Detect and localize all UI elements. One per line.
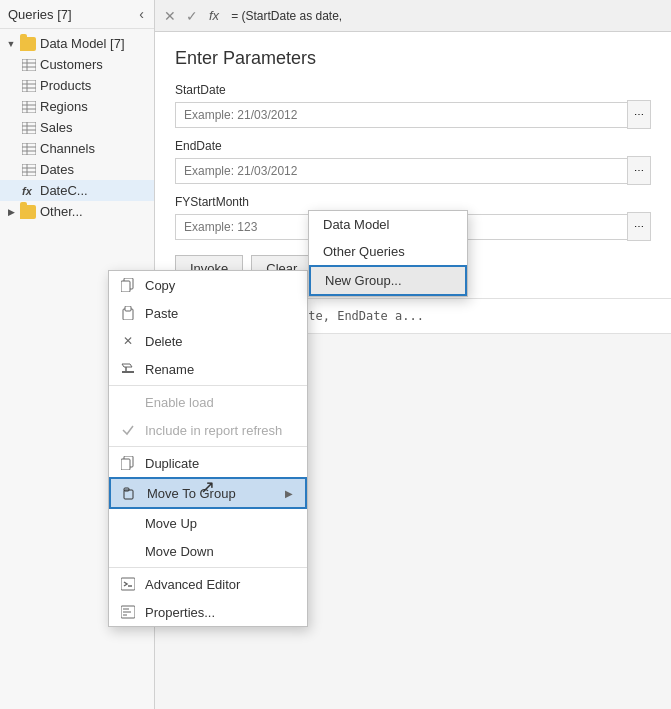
menu-item-enableload: Enable load [109,388,307,416]
tree-item-regions[interactable]: Regions [0,96,154,117]
regions-label: Regions [40,99,88,114]
delete-label: Delete [145,334,295,349]
params-title: Enter Parameters [175,48,651,69]
tree-item-products[interactable]: Products [0,75,154,96]
menu-item-paste[interactable]: Paste [109,299,307,327]
menu-item-movedown[interactable]: Move Down [109,537,307,565]
startdate-input[interactable] [175,102,627,128]
formula-bar: ✕ ✓ fx = (StartDate as date, [155,0,671,32]
properties-label: Properties... [145,605,295,620]
table-icon-dates [22,164,36,176]
table-icon-products [22,80,36,92]
submenu-item-otherqueries[interactable]: Other Queries [309,238,467,265]
sales-label: Sales [40,120,73,135]
svg-rect-4 [22,80,36,92]
menu-item-reportrefresh: Include in report refresh [109,416,307,444]
submenu-item-newgroup[interactable]: New Group... [309,265,467,296]
menu-item-duplicate[interactable]: Duplicate [109,449,307,477]
enddate-input[interactable] [175,158,627,184]
startdate-input-row: ⋯ [175,100,651,129]
movetogroup-label: Move To Group [147,486,277,501]
delete-icon: ✕ [119,332,137,350]
newgroup-sublabel: New Group... [325,273,402,288]
products-label: Products [40,78,91,93]
svg-rect-8 [22,101,36,113]
startdate-expand-button[interactable]: ⋯ [627,100,651,129]
svg-rect-20 [22,164,36,176]
submenu: Data Model Other Queries New Group... [308,210,468,297]
queries-title: Queries [7] [8,7,72,22]
tree-item-customers[interactable]: Customers [0,54,154,75]
folder-icon [20,37,36,51]
cancel-formula-button[interactable]: ✕ [161,6,179,26]
submenu-item-datamodel[interactable]: Data Model [309,211,467,238]
duplicate-label: Duplicate [145,456,295,471]
menu-item-moveup[interactable]: Move Up [109,509,307,537]
data-model-group-header[interactable]: ▼ Data Model [7] [0,33,154,54]
svg-rect-16 [22,143,36,155]
collapse-button[interactable]: ‹ [137,6,146,22]
startdate-label: StartDate [175,83,651,97]
other-group-header[interactable]: ▶ Other... [0,201,154,222]
separator-1 [109,385,307,386]
advancededitor-icon [119,575,137,593]
menu-item-properties[interactable]: Properties... [109,598,307,626]
channels-label: Channels [40,141,95,156]
menu-item-copy[interactable]: Copy [109,271,307,299]
tree-item-dates[interactable]: Dates [0,159,154,180]
svg-rect-32 [121,459,130,470]
moveup-label: Move Up [145,516,295,531]
duplicate-icon [119,454,137,472]
rename-icon [119,360,137,378]
moveup-icon [119,514,137,532]
enableload-icon [119,393,137,411]
menu-item-rename[interactable]: Rename [109,355,307,383]
data-model-group: ▼ Data Model [7] Customers Products [0,33,154,201]
tree-item-sales[interactable]: Sales [0,117,154,138]
param-group-startdate: StartDate ⋯ [175,83,651,129]
separator-2 [109,446,307,447]
enddate-input-row: ⋯ [175,156,651,185]
copy-icon [119,276,137,294]
menu-item-movetogroup[interactable]: Move To Group ▶ [109,477,307,509]
fymonth-expand-button[interactable]: ⋯ [627,212,651,241]
menu-item-delete[interactable]: ✕ Delete [109,327,307,355]
table-icon [22,59,36,71]
other-folder-icon [20,205,36,219]
menu-item-advancededitor[interactable]: Advanced Editor [109,570,307,598]
context-menu: Copy Paste ✕ Delete Rename Enable load I… [108,270,308,627]
check-icon [119,421,137,439]
svg-marker-29 [122,364,132,367]
customers-label: Customers [40,57,103,72]
tree-item-datec[interactable]: fx DateC... [0,180,154,201]
param-group-enddate: EndDate ⋯ [175,139,651,185]
otherqueries-sublabel: Other Queries [323,244,405,259]
datec-label: DateC... [40,183,88,198]
enddate-expand-button[interactable]: ⋯ [627,156,651,185]
reportrefresh-label: Include in report refresh [145,423,295,438]
fymonth-label: FYStartMonth [175,195,651,209]
dates-label: Dates [40,162,74,177]
movedown-label: Move Down [145,544,295,559]
queries-header: Queries [7] ‹ [0,0,154,29]
tree-item-channels[interactable]: Channels [0,138,154,159]
table-icon-channels [22,143,36,155]
paste-label: Paste [145,306,295,321]
svg-rect-12 [22,122,36,134]
enableload-label: Enable load [145,395,295,410]
enddate-label: EndDate [175,139,651,153]
fx-formula-label: fx [205,8,223,23]
main-container: Queries [7] ‹ ▼ Data Model [7] Customers [0,0,671,709]
svg-rect-25 [121,281,130,292]
svg-rect-0 [22,59,36,71]
other-label: Other... [40,204,83,219]
paste-icon [119,304,137,322]
table-icon-regions [22,101,36,113]
copy-label: Copy [145,278,295,293]
table-icon-sales [22,122,36,134]
svg-rect-28 [122,371,134,373]
properties-icon [119,603,137,621]
formula-text: = (StartDate as date, [227,7,346,25]
confirm-formula-button[interactable]: ✓ [183,6,201,26]
advancededitor-label: Advanced Editor [145,577,295,592]
